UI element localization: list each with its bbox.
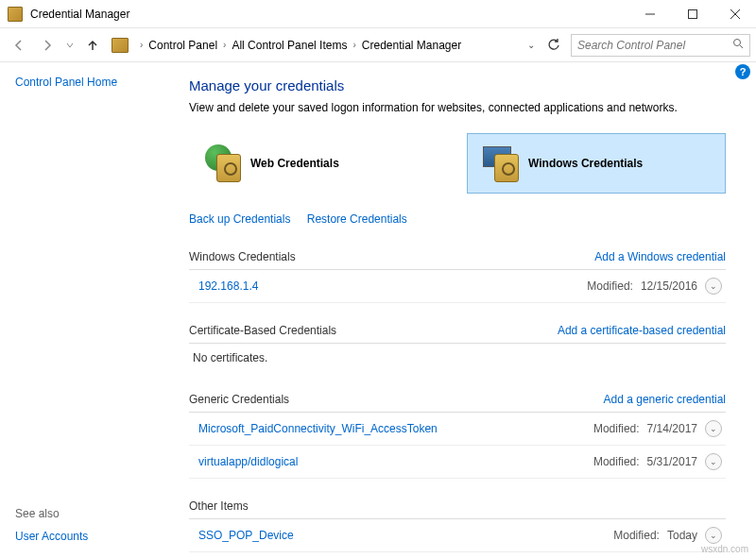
svg-point-1	[734, 40, 741, 46]
credential-row[interactable]: virtualapp/didlogical Modified: 5/31/201…	[189, 446, 726, 479]
section-generic-credentials: Generic Credentials Add a generic creden…	[189, 387, 726, 413]
app-icon	[8, 7, 23, 22]
page-description: View and delete your saved logon informa…	[189, 101, 726, 114]
add-windows-credential-link[interactable]: Add a Windows credential	[594, 250, 726, 263]
control-panel-home-link[interactable]: Control Panel Home	[15, 76, 174, 89]
back-button[interactable]	[6, 32, 32, 59]
modified-label: Modified:	[587, 279, 633, 293]
modified-label: Modified:	[613, 529, 660, 542]
section-other-items: Other Items	[189, 494, 726, 519]
forward-button[interactable]	[34, 32, 60, 59]
no-certificates-label: No certificates.	[189, 344, 726, 372]
credential-row[interactable]: 192.168.1.4 Modified: 12/15/2016 ⌄	[189, 270, 726, 303]
modified-date: 12/15/2016	[641, 279, 697, 293]
breadcrumb-item[interactable]: Control Panel	[146, 37, 219, 54]
section-title: Windows Credentials	[189, 250, 296, 263]
sidebar: Control Panel Home See also User Account…	[0, 62, 189, 558]
toolbar: › Control Panel › All Control Panel Item…	[0, 28, 756, 62]
chevron-down-icon[interactable]: ⌄	[705, 453, 722, 470]
modified-label: Modified:	[593, 455, 640, 468]
watermark: wsxdn.com	[701, 544, 748, 554]
globe-vault-icon	[203, 144, 241, 182]
credential-actions: Back up Credentials Restore Credentials	[189, 212, 726, 226]
help-icon[interactable]: ?	[735, 64, 750, 79]
window-title: Credential Manager	[30, 8, 628, 21]
breadcrumb[interactable]: › Control Panel › All Control Panel Item…	[134, 34, 541, 57]
modified-date: 5/31/2017	[647, 455, 697, 468]
content: ? Control Panel Home See also User Accou…	[0, 62, 756, 558]
add-certificate-credential-link[interactable]: Add a certificate-based credential	[558, 324, 726, 337]
credential-name: SSO_POP_Device	[198, 529, 294, 542]
svg-rect-0	[688, 9, 696, 18]
chevron-right-icon: ›	[136, 40, 146, 50]
titlebar: Credential Manager	[0, 0, 756, 28]
modified-label: Modified:	[593, 422, 640, 435]
address-icon	[112, 38, 129, 53]
section-title: Other Items	[189, 499, 249, 513]
credential-name: Microsoft_PaidConnectivity_WiFi_AccessTo…	[198, 422, 438, 435]
recent-dropdown[interactable]	[62, 32, 77, 59]
section-windows-credentials: Windows Credentials Add a Windows creden…	[189, 245, 726, 270]
minimize-button[interactable]	[628, 0, 671, 28]
page-title: Manage your credentials	[189, 77, 726, 93]
credential-name: 192.168.1.4	[198, 279, 258, 293]
section-title: Certificate-Based Credentials	[189, 324, 336, 337]
close-button[interactable]	[713, 0, 756, 28]
monitor-vault-icon	[481, 144, 519, 182]
tab-web-credentials[interactable]: Web Credentials	[189, 133, 448, 194]
search-input[interactable]	[577, 39, 732, 52]
tab-label: Web Credentials	[250, 157, 339, 170]
backup-credentials-link[interactable]: Back up Credentials	[189, 212, 290, 226]
breadcrumb-item[interactable]: Credential Manager	[360, 37, 463, 54]
chevron-down-icon[interactable]: ⌄	[705, 420, 722, 437]
up-button[interactable]	[79, 32, 106, 59]
see-also-label: See also	[15, 507, 88, 520]
chevron-down-icon[interactable]: ⌄	[705, 527, 722, 544]
modified-date: Today	[667, 529, 697, 542]
chevron-right-icon: ›	[349, 40, 359, 50]
section-title: Generic Credentials	[189, 393, 289, 406]
user-accounts-link[interactable]: User Accounts	[15, 530, 88, 543]
credential-tabs: Web Credentials Windows Credentials	[189, 133, 726, 194]
main: Manage your credentials View and delete …	[189, 62, 756, 558]
tab-label: Windows Credentials	[528, 157, 643, 170]
chevron-down-icon[interactable]: ⌄	[527, 40, 535, 50]
credential-name: virtualapp/didlogical	[198, 455, 298, 468]
tab-windows-credentials[interactable]: Windows Credentials	[467, 133, 726, 194]
refresh-button[interactable]	[542, 34, 565, 57]
section-certificate-credentials: Certificate-Based Credentials Add a cert…	[189, 318, 726, 344]
chevron-down-icon[interactable]: ⌄	[705, 278, 722, 295]
add-generic-credential-link[interactable]: Add a generic credential	[604, 393, 726, 406]
credential-row[interactable]: Microsoft_PaidConnectivity_WiFi_AccessTo…	[189, 413, 726, 446]
chevron-right-icon: ›	[219, 40, 230, 50]
modified-date: 7/14/2017	[647, 422, 697, 435]
window-controls	[628, 0, 756, 28]
search-icon	[732, 38, 744, 52]
credential-row[interactable]: SSO_POP_Device Modified: Today ⌄	[189, 519, 726, 552]
maximize-button[interactable]	[671, 0, 713, 28]
search-box[interactable]	[571, 34, 750, 57]
restore-credentials-link[interactable]: Restore Credentials	[307, 212, 407, 226]
breadcrumb-item[interactable]: All Control Panel Items	[230, 37, 349, 54]
